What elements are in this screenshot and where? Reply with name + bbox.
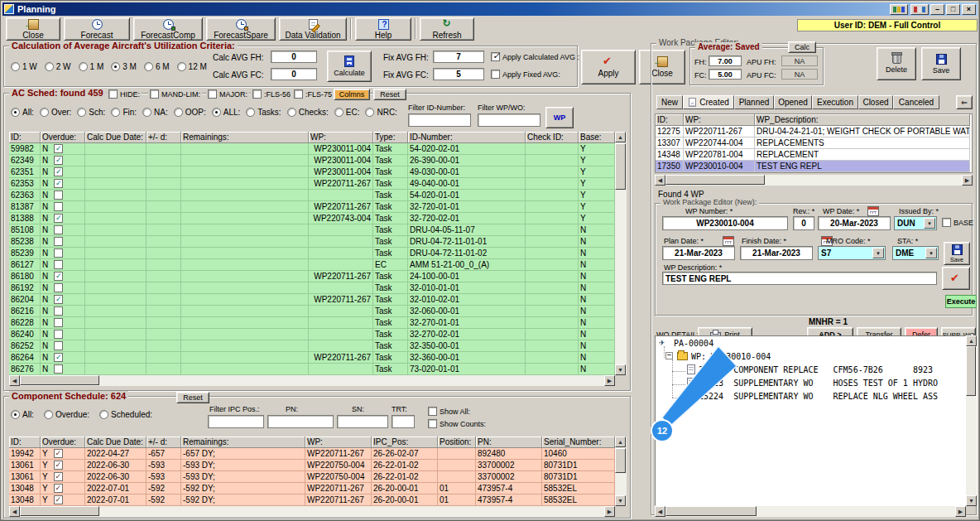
toolbar-forecast-button[interactable]: Forecast [64,17,130,41]
ac-table-row[interactable]: 62349 N✓ WP230011-004 Task 26-390-00-01 … [9,155,615,166]
column-header[interactable]: WP: [305,437,372,448]
toolbar-close-button[interactable]: Close [6,17,60,41]
scroll-up-icon[interactable] [615,437,626,447]
column-header[interactable]: Overdue: [41,132,85,143]
row-checkbox[interactable]: ✓ [54,156,63,165]
fls75-checkbox[interactable]: :FLS-75 [292,89,334,99]
ac-table-row[interactable]: 86127 N EC AMM 51-21-00_0_(A) N [9,259,615,271]
column-header[interactable]: IPC_Pos: [372,437,438,448]
apply-fixed-checkbox[interactable]: Apply Fixed AVG: [491,70,560,79]
column-header[interactable]: Check ID: [526,132,579,143]
row-checkbox[interactable]: ✓ [54,295,63,304]
fix-avg-fc-field[interactable]: 5 [433,68,484,80]
row-checkbox[interactable] [54,260,63,269]
wp-date-field[interactable]: 20-Mar-2023 [818,216,891,230]
ac-table-row[interactable]: 86204 N✓ WP220711-267 Task 32-010-02-01 … [9,294,615,306]
column-header[interactable]: ID: [9,437,41,448]
hide-checkbox[interactable]: HIDE: [107,89,142,99]
row-checkbox[interactable]: ✓ [54,179,63,188]
component-reset-button[interactable]: Reset [176,392,209,403]
scrollbar-thumb[interactable] [615,448,626,473]
filter-wp-input[interactable] [478,113,540,127]
scroll-down-icon[interactable] [615,495,626,506]
radio-nrc[interactable]: NRC: [365,108,396,117]
radio-checks[interactable]: Checks: [287,108,329,117]
radio-3m[interactable]: 3 M [111,62,137,71]
radio-all[interactable]: All: [11,108,34,117]
titlebar-image-button-1[interactable] [890,4,908,15]
radio-comp-all[interactable]: All: [11,410,34,419]
component-table-row[interactable]: 19942 Y✓ 2022-04-27 -657 -657 DY; WP2207… [9,448,615,460]
scroll-right-icon[interactable] [955,506,966,517]
row-checkbox[interactable]: ✓ [54,353,63,362]
base-checkbox[interactable]: BASE [942,218,973,227]
tab-canceled[interactable]: Canceled [893,95,939,109]
row-checkbox[interactable] [54,225,63,234]
ac-table-row[interactable]: 81388 N✓ WP220743-004 Task 32-720-02-01 … [9,213,615,224]
finish-date-field[interactable]: 21-Mar-2023 [740,246,813,260]
row-checkbox[interactable]: ✓ [54,472,63,481]
column-header[interactable]: Calc Due Date: [85,132,147,143]
scrollbar-thumb[interactable] [615,143,626,190]
calculate-button[interactable]: Calculate [327,51,372,82]
scrollbar-thumb[interactable] [966,346,976,396]
calc-avg-fh-field[interactable]: 0 [271,51,317,63]
toolbar-refresh-button[interactable]: Refresh [420,17,474,41]
filter-id-input[interactable] [408,113,471,127]
column-header[interactable]: +/- d: [147,132,181,143]
ac-table-row[interactable]: 62363 N Task 54-020-01-01 Y [9,190,615,201]
ac-table-row[interactable]: 62353 N✓ WP220711-267 Task 49-040-00-01 … [9,178,615,190]
column-header[interactable]: WP: [684,114,755,126]
tab-closed[interactable]: Closed [858,95,893,109]
row-checkbox[interactable]: ✓ [54,484,63,493]
mro-code-combo[interactable]: S7 [818,246,886,260]
apply-button[interactable]: Apply [581,50,636,84]
chevron-down-icon[interactable] [925,248,937,258]
rev-field[interactable]: 0 [793,216,814,230]
commit-button[interactable] [942,267,970,290]
filter-trt-input[interactable] [392,415,415,428]
calendar-icon[interactable] [867,206,879,216]
filter-ipc-input[interactable] [208,415,264,428]
row-checkbox[interactable]: ✓ [54,461,63,470]
ac-table-row[interactable]: 86276 N Task 73-020-01-01 N [9,364,615,375]
scroll-left-icon[interactable] [655,506,665,517]
radio-ec[interactable]: EC: [334,108,360,117]
column-header[interactable]: Remainings: [181,132,309,143]
avg-calc-button[interactable]: Calc [788,41,816,53]
ac-table-row[interactable]: 86216 N Task 32-060-00-01 N [9,306,615,317]
row-checkbox[interactable] [54,306,63,316]
radio-1w[interactable]: 1 W [11,62,37,71]
component-horizontal-scrollbar[interactable] [9,506,615,517]
column-header[interactable]: ID: [656,114,684,126]
sta-combo[interactable]: DME [892,246,939,260]
scroll-left-icon[interactable] [655,175,665,186]
filter-pn-input[interactable] [267,415,334,428]
calendar-icon[interactable] [723,236,734,246]
column-header[interactable]: WP: [309,132,373,143]
row-checkbox[interactable] [54,248,63,258]
component-table-row[interactable]: 13061 Y✓ 2022-06-30 -593 -593 DY; WP2207… [9,460,615,471]
tree-vertical-scrollbar[interactable] [966,335,977,506]
row-checkbox[interactable] [54,318,63,327]
radio-comp-overdue[interactable]: Overdue: [44,410,89,419]
ac-table-row[interactable]: 86240 N Task 32-270-02-01 N [9,329,615,340]
radio-oop[interactable]: OOP: [174,108,206,117]
row-checkbox[interactable]: ✓ [54,449,63,458]
scroll-left-icon[interactable] [9,375,20,386]
radio-na[interactable]: NA: [142,108,168,117]
row-checkbox[interactable]: ✓ [54,144,63,153]
tab-new[interactable]: New [656,95,683,109]
row-checkbox[interactable]: ✓ [54,272,63,281]
scroll-up-icon[interactable] [615,132,626,142]
column-header[interactable]: Base: [579,132,615,143]
ac-horizontal-scrollbar[interactable] [9,375,615,386]
ac-table-row[interactable]: 81387 N WP220711-267 Task 32-720-01-01 Y [9,201,615,213]
scrollbar-thumb[interactable] [665,175,765,185]
fix-avg-fh-field[interactable]: 7 [433,51,484,63]
scroll-left-icon[interactable] [9,506,20,517]
filter-sn-input[interactable] [337,415,388,428]
titlebar[interactable]: Planning – □ × [2,2,978,16]
tree-horizontal-scrollbar[interactable] [655,506,966,517]
column-header[interactable]: Overdue: [41,437,85,448]
